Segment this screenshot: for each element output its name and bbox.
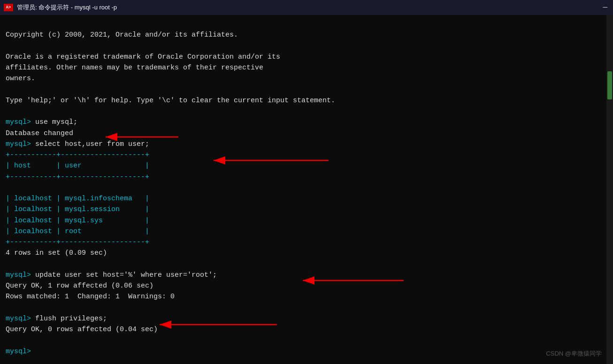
terminal-output: Copyright (c) 2000, 2021, Oracle and/or … [6,19,607,357]
line-use-mysql: mysql> use mysql; [6,117,607,128]
line-empty-5 [6,259,607,270]
line-query-ok-1: Query OK, 1 row affected (0.06 sec) [6,281,607,291]
title-bar-text: 管理员: 命令提示符 - mysql -u root -p [17,3,117,12]
line-copyright: Copyright (c) 2000, 2021, Oracle and/or … [6,30,607,40]
line-prompt-final: mysql> [6,346,607,357]
line-rows-matched: Rows matched: 1 Changed: 1 Warnings: 0 [6,291,607,302]
line-empty-3 [6,84,607,95]
line-table-sep3: +-----------+--------------------+ [6,237,607,248]
line-db-changed: Database changed [6,128,607,139]
watermark: CSDN @卑微猿同学 [546,349,602,358]
title-bar: A> 管理员: 命令提示符 - mysql -u root -p — [0,0,613,15]
terminal[interactable]: Copyright (c) 2000, 2021, Oracle and/or … [0,15,613,364]
line-flush: mysql> flush privileges; [6,313,607,324]
line-empty-4 [6,106,607,117]
scrollbar[interactable] [606,15,613,364]
line-row-2: | localhost | mysql.session | [6,204,607,215]
terminal-icon: A> [4,4,13,11]
line-row-1: | localhost | mysql.infoschema | [6,193,607,204]
line-table-sep1: +-----------+--------------------+ [6,150,607,160]
line-select: mysql> select host,user from user; [6,139,607,150]
line-update: mysql> update user set host='%' where us… [6,270,607,281]
line-empty-1 [6,19,607,30]
line-rows-in-set: 4 rows in set (0.09 sec) [6,248,607,258]
line-oracle-3: owners. [6,73,607,84]
line-empty-2 [6,41,607,52]
line-row-4: | localhost | root | [6,226,607,237]
line-help: Type 'help;' or '\h' for help. Type '\c'… [6,95,607,106]
line-table-empty [6,182,607,193]
scrollbar-thumb[interactable] [607,71,612,99]
line-empty-7 [6,335,607,346]
minimize-button[interactable]: — [603,3,607,12]
line-oracle-2: affiliates. Other names may be trademark… [6,62,607,73]
line-query-ok-2: Query OK, 0 rows affected (0.04 sec) [6,324,607,335]
line-table-sep2: +-----------+--------------------+ [6,172,607,182]
line-table-header: | host | user | [6,160,607,171]
line-row-3: | localhost | mysql.sys | [6,215,607,226]
line-oracle-1: Oracle is a registered trademark of Orac… [6,52,607,62]
line-empty-6 [6,303,607,313]
